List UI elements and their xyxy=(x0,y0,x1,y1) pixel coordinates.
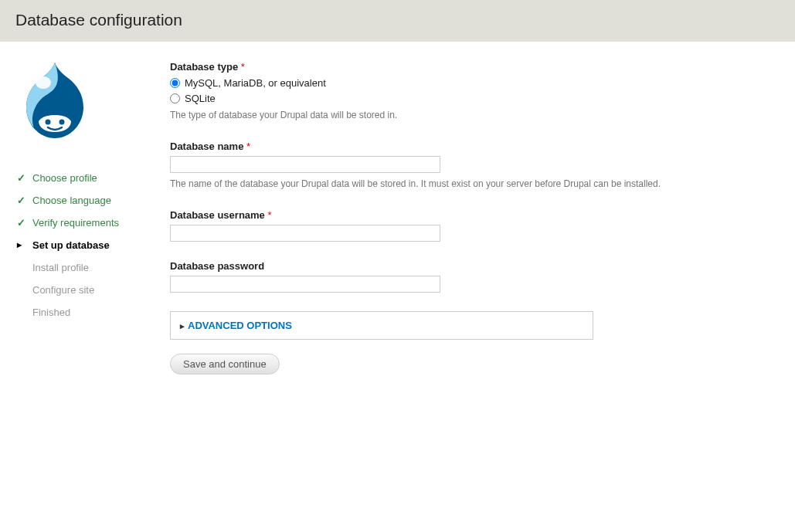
step-install-profile: Install profile xyxy=(15,256,170,279)
database-type-sqlite-radio[interactable] xyxy=(170,93,180,103)
svg-point-1 xyxy=(46,120,51,125)
step-verify-requirements: Verify requirements xyxy=(15,212,170,234)
database-type-sqlite-label[interactable]: SQLite xyxy=(185,93,216,104)
database-username-label: Database username * xyxy=(170,209,757,221)
database-password-label: Database password xyxy=(170,260,757,272)
step-choose-profile: Choose profile xyxy=(15,167,170,189)
step-setup-database: Set up database xyxy=(15,234,170,256)
save-continue-button[interactable]: Save and continue xyxy=(170,354,280,374)
svg-point-2 xyxy=(59,120,65,125)
install-steps: Choose profile Choose language Verify re… xyxy=(15,167,170,324)
page-header: Database configuration xyxy=(0,0,795,42)
database-type-description: The type of database your Drupal data wi… xyxy=(170,109,757,122)
drupal-logo-icon xyxy=(15,61,170,144)
main-form: Database type * MySQL, MariaDB, or equiv… xyxy=(170,61,757,374)
database-name-label: Database name * xyxy=(170,141,757,152)
page-title: Database configuration xyxy=(15,11,780,29)
database-password-input[interactable] xyxy=(170,276,440,293)
database-name-group: Database name * The name of the database… xyxy=(170,141,757,191)
required-mark: * xyxy=(241,61,245,73)
step-finished: Finished xyxy=(15,301,170,324)
sidebar: Choose profile Choose language Verify re… xyxy=(15,61,170,374)
database-username-input[interactable] xyxy=(170,225,440,242)
database-type-label: Database type * xyxy=(170,61,757,73)
database-name-description: The name of the database your Drupal dat… xyxy=(170,178,757,191)
required-mark: * xyxy=(267,209,271,221)
database-type-group: Database type * MySQL, MariaDB, or equiv… xyxy=(170,61,757,122)
svg-point-0 xyxy=(36,76,51,89)
database-name-input[interactable] xyxy=(170,156,440,173)
database-type-mysql-label[interactable]: MySQL, MariaDB, or equivalent xyxy=(185,77,326,89)
step-choose-language: Choose language xyxy=(15,189,170,212)
advanced-options-toggle[interactable]: Advanced Options xyxy=(180,320,292,331)
database-type-mysql-radio[interactable] xyxy=(170,78,180,88)
step-configure-site: Configure site xyxy=(15,279,170,301)
database-username-group: Database username * xyxy=(170,209,757,242)
database-password-group: Database password xyxy=(170,260,757,293)
required-mark: * xyxy=(246,141,250,152)
advanced-options-fieldset[interactable]: Advanced Options xyxy=(170,311,593,340)
